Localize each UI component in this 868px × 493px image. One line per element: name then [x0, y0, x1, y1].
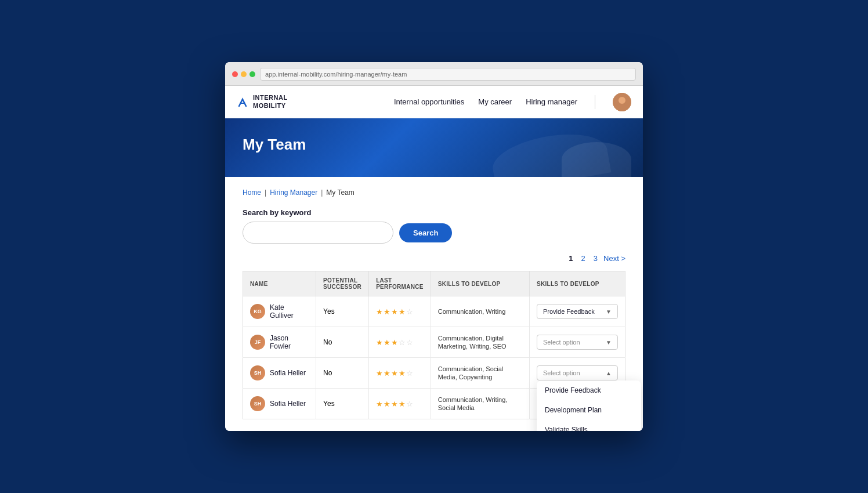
- dropdown-selected-2: Select option: [543, 369, 580, 376]
- cell-successor-0: Yes: [316, 296, 369, 327]
- dropdown-option[interactable]: Validate Skills: [537, 420, 641, 431]
- hero: My Team: [225, 118, 643, 177]
- dropdown-arrow-icon: ▼: [606, 339, 612, 346]
- dropdown-selected-1: Select option: [543, 339, 580, 346]
- dropdown-trigger-0[interactable]: Provide Feedback ▼: [537, 304, 618, 319]
- cell-name-2: SH Sofia Heller: [243, 358, 316, 389]
- skills-text-1: Communication, Digital Marketing, Writin…: [438, 335, 507, 350]
- stars-1: ★★★☆☆: [376, 338, 414, 347]
- col-header-performance: LAST PERFORMANCE: [369, 271, 431, 296]
- action-dropdown-1[interactable]: Select option ▼: [537, 335, 618, 350]
- nav-my-career[interactable]: My career: [478, 97, 512, 106]
- avatar[interactable]: [613, 93, 631, 111]
- dropdown-menu-2: Provide FeedbackDevelopment PlanValidate…: [537, 380, 641, 431]
- cell-action-0[interactable]: Provide Feedback ▼: [529, 296, 625, 327]
- action-dropdown-2[interactable]: Select option ▲ Provide FeedbackDevelopm…: [537, 365, 618, 380]
- skills-text-2: Communication, Social Media, Copywriting: [438, 365, 504, 380]
- dropdown-option[interactable]: Development Plan: [537, 400, 641, 420]
- breadcrumb-sep-1: |: [265, 188, 266, 197]
- cell-skills-3: Communication, Writing, Social Media: [431, 389, 529, 419]
- dropdown-option[interactable]: Provide Feedback: [537, 380, 641, 400]
- col-header-skills1: SKILLS TO DEVELOP: [431, 271, 529, 296]
- cell-performance-2: ★★★★☆: [369, 358, 431, 389]
- person-cell-3: SH Sofia Heller: [250, 396, 309, 411]
- top-nav: INTERNAL MOBILITY Internal opportunities…: [225, 86, 643, 118]
- person-avatar-3: SH: [250, 396, 265, 411]
- cell-performance-0: ★★★★☆: [369, 296, 431, 327]
- dropdown-trigger-2[interactable]: Select option ▲: [537, 365, 618, 380]
- page-3[interactable]: 3: [591, 253, 600, 264]
- logo-icon: [237, 96, 249, 108]
- svg-point-1: [619, 97, 625, 104]
- cell-action-2[interactable]: Select option ▲ Provide FeedbackDevelopm…: [529, 358, 625, 389]
- search-button[interactable]: Search: [399, 223, 452, 242]
- table-row: KG Kate Gulliver Yes ★★★★☆ Communication…: [243, 296, 625, 327]
- cell-skills-2: Communication, Social Media, Copywriting: [431, 358, 529, 389]
- dropdown-trigger-1[interactable]: Select option ▼: [537, 335, 618, 350]
- page-1[interactable]: 1: [566, 253, 575, 264]
- stars-0: ★★★★☆: [376, 307, 414, 316]
- table-row: SH Sofia Heller No ★★★★☆ Communication, …: [243, 358, 625, 389]
- dropdown-arrow-icon: ▼: [606, 309, 612, 315]
- cell-successor-2: No: [316, 358, 369, 389]
- team-table: NAME POTENTIAL SUCCESSOR LAST PERFORMANC…: [243, 271, 625, 419]
- avatar-image: [613, 93, 631, 111]
- logo-area: INTERNAL MOBILITY: [237, 94, 288, 109]
- person-name-1: Jason Fowler: [270, 334, 309, 350]
- cell-performance-3: ★★★★☆: [369, 389, 431, 419]
- cell-name-1: JF Jason Fowler: [243, 327, 316, 358]
- cell-name-0: KG Kate Gulliver: [243, 296, 316, 327]
- browser-dots: [232, 71, 255, 77]
- address-bar[interactable]: app.internal-mobility.com/hiring-manager…: [260, 68, 636, 81]
- table-row: JF Jason Fowler No ★★★☆☆ Communication, …: [243, 327, 625, 358]
- dropdown-arrow-up-icon: ▲: [606, 370, 612, 376]
- dropdown-selected-0: Provide Feedback: [543, 308, 595, 315]
- breadcrumb-sep-2: |: [321, 188, 323, 197]
- person-name-2: Sofia Heller: [270, 369, 306, 377]
- pagination: 1 2 3 Next >: [243, 253, 625, 264]
- search-row: Search: [243, 222, 625, 244]
- search-input[interactable]: [243, 222, 393, 244]
- breadcrumb: Home | Hiring Manager | My Team: [243, 188, 625, 197]
- cell-action-1[interactable]: Select option ▼: [529, 327, 625, 358]
- cell-successor-3: Yes: [316, 389, 369, 419]
- nav-links: Internal opportunities My career Hiring …: [394, 93, 631, 111]
- person-name-0: Kate Gulliver: [270, 303, 309, 320]
- cell-skills-1: Communication, Digital Marketing, Writin…: [431, 327, 529, 358]
- col-header-skills2: SKILLS TO DEVELOP: [529, 271, 625, 296]
- person-avatar-2: SH: [250, 365, 265, 380]
- stars-2: ★★★★☆: [376, 369, 414, 378]
- breadcrumb-current: My Team: [326, 188, 354, 197]
- logo-text: INTERNAL MOBILITY: [253, 94, 288, 109]
- minimize-dot[interactable]: [241, 71, 247, 77]
- page-2[interactable]: 2: [579, 253, 588, 264]
- content: Home | Hiring Manager | My Team Search b…: [225, 177, 643, 431]
- skills-text-3: Communication, Writing, Social Media: [438, 396, 508, 411]
- breadcrumb-home[interactable]: Home: [243, 188, 261, 197]
- close-dot[interactable]: [232, 71, 238, 77]
- nav-internal-opportunities[interactable]: Internal opportunities: [394, 97, 464, 106]
- person-cell-2: SH Sofia Heller: [250, 365, 309, 380]
- maximize-dot[interactable]: [249, 71, 255, 77]
- stars-3: ★★★★☆: [376, 400, 414, 408]
- skills-text-0: Communication, Writing: [438, 308, 506, 315]
- cell-successor-1: No: [316, 327, 369, 358]
- page-next[interactable]: Next >: [603, 254, 625, 263]
- browser-chrome: app.internal-mobility.com/hiring-manager…: [225, 62, 643, 86]
- cell-skills-0: Communication, Writing: [431, 296, 529, 327]
- col-header-name: NAME: [243, 271, 316, 296]
- content-inner: Home | Hiring Manager | My Team Search b…: [225, 177, 643, 431]
- table-header-row: NAME POTENTIAL SUCCESSOR LAST PERFORMANC…: [243, 271, 625, 296]
- action-dropdown-0[interactable]: Provide Feedback ▼: [537, 304, 618, 319]
- cell-performance-1: ★★★☆☆: [369, 327, 431, 358]
- breadcrumb-hiring-manager[interactable]: Hiring Manager: [270, 188, 317, 197]
- person-avatar-1: JF: [250, 335, 265, 350]
- cell-name-3: SH Sofia Heller: [243, 389, 316, 419]
- person-name-3: Sofia Heller: [270, 400, 306, 408]
- person-cell-1: JF Jason Fowler: [250, 334, 309, 350]
- person-cell-0: KG Kate Gulliver: [250, 303, 309, 320]
- nav-hiring-manager[interactable]: Hiring manager: [526, 97, 577, 106]
- hero-title: My Team: [243, 136, 625, 154]
- search-label: Search by keyword: [243, 208, 625, 217]
- nav-divider: [595, 95, 595, 109]
